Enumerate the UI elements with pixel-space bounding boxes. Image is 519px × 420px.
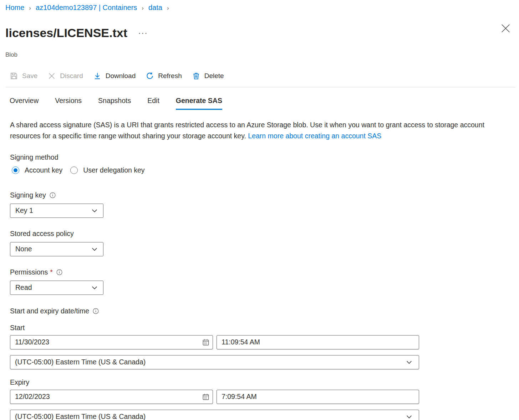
start-expiry-group: Start and expiry date/time Start <box>10 307 519 420</box>
page-title: licenses/LICENSE.txt <box>5 26 127 40</box>
close-button[interactable] <box>501 24 510 33</box>
signing-key-label: Signing key <box>10 191 46 199</box>
download-button[interactable]: Download <box>93 72 136 80</box>
refresh-icon <box>146 72 154 80</box>
blade-subtitle: Blob <box>5 51 519 58</box>
tab-generate-sas[interactable]: Generate SAS <box>176 97 222 110</box>
permissions-label: Permissions <box>10 268 48 276</box>
calendar-picker-button[interactable] <box>202 338 210 346</box>
header: licenses/LICENSE.txt ··· <box>5 18 514 48</box>
download-icon <box>93 72 101 80</box>
tab-bar: Overview Versions Snapshots Edit Generat… <box>10 97 519 110</box>
save-label: Save <box>22 72 37 80</box>
more-ellipsis-button[interactable]: ··· <box>138 31 148 35</box>
start-timezone-value: (UTC-05:00) Eastern Time (US & Canada) <box>15 358 146 366</box>
calendar-picker-button[interactable] <box>202 393 210 401</box>
expiry-datetime-row <box>10 390 519 404</box>
start-expiry-label: Start and expiry date/time <box>10 307 89 315</box>
learn-more-link[interactable]: Learn more about creating an account SAS <box>248 132 381 140</box>
save-icon <box>10 72 18 80</box>
tab-edit[interactable]: Edit <box>147 97 159 110</box>
start-timezone-dropdown[interactable]: (UTC-05:00) Eastern Time (US & Canada) <box>10 355 419 369</box>
start-datetime-row <box>10 335 519 349</box>
delete-button[interactable]: Delete <box>192 72 224 80</box>
stored-access-policy-dropdown[interactable]: None <box>10 242 103 256</box>
tab-versions[interactable]: Versions <box>55 97 82 110</box>
radio-selected-icon[interactable] <box>12 167 19 174</box>
breadcrumb-container[interactable]: data <box>148 4 162 12</box>
radio-unselected-icon[interactable] <box>70 167 78 174</box>
radio-account-key[interactable]: Account key <box>12 166 62 174</box>
start-time-input[interactable] <box>217 335 419 349</box>
radio-account-key-label: Account key <box>25 166 62 174</box>
permissions-group: Permissions * Read <box>10 268 519 295</box>
tab-snapshots[interactable]: Snapshots <box>98 97 131 110</box>
chevron-down-icon <box>405 413 413 420</box>
chevron-down-icon <box>91 284 98 292</box>
expiry-timezone-dropdown[interactable]: (UTC-05:00) Eastern Time (US & Canada) <box>10 410 419 420</box>
start-date-field <box>10 335 213 349</box>
signing-method-options: Account key User delegation key <box>12 166 519 174</box>
refresh-label: Refresh <box>158 72 182 80</box>
toolbar-divider <box>5 87 515 87</box>
stored-access-policy-label: Stored access policy <box>10 230 519 238</box>
expiry-time-input[interactable] <box>217 390 419 404</box>
expiry-timezone-value: (UTC-05:00) Eastern Time (US & Canada) <box>15 413 146 420</box>
breadcrumb-home[interactable]: Home <box>5 4 24 12</box>
command-bar: Save Discard Download Refresh Delete <box>10 69 519 83</box>
radio-user-delegation-key-label: User delegation key <box>83 166 144 174</box>
sas-description-text: A shared access signature (SAS) is a URI… <box>10 121 484 140</box>
chevron-right-icon: › <box>167 4 169 12</box>
chevron-down-icon <box>91 245 98 253</box>
signing-key-dropdown[interactable]: Key 1 <box>10 204 103 218</box>
expiry-label: Expiry <box>10 378 519 386</box>
info-icon[interactable] <box>56 269 63 276</box>
info-icon[interactable] <box>49 192 56 199</box>
permissions-value: Read <box>15 283 32 292</box>
discard-x-icon <box>48 72 56 80</box>
signing-method-label: Signing method <box>10 153 519 162</box>
chevron-down-icon <box>405 358 413 366</box>
stored-access-policy-value: None <box>15 245 32 253</box>
stored-access-policy-group: Stored access policy None <box>10 230 519 256</box>
signing-key-group: Signing key Key 1 <box>10 191 519 218</box>
breadcrumb-storage-account[interactable]: az104demo123897 | Containers <box>36 4 137 12</box>
sas-description: A shared access signature (SAS) is a URI… <box>10 119 503 142</box>
tab-overview[interactable]: Overview <box>10 97 39 110</box>
close-icon <box>501 24 510 33</box>
info-icon[interactable] <box>92 308 99 314</box>
calendar-icon <box>202 338 210 346</box>
start-date-input[interactable] <box>10 335 213 349</box>
discard-button[interactable]: Discard <box>48 72 83 80</box>
download-label: Download <box>106 72 136 80</box>
permissions-dropdown[interactable]: Read <box>10 281 103 295</box>
generate-sas-form: Signing method Account key User delegati… <box>10 153 519 420</box>
save-button[interactable]: Save <box>10 72 37 80</box>
expiry-date-field <box>10 390 213 404</box>
discard-label: Discard <box>60 72 83 80</box>
signing-key-value: Key 1 <box>15 206 33 215</box>
chevron-right-icon: › <box>29 4 31 12</box>
signing-method-group: Signing method Account key User delegati… <box>10 153 519 174</box>
chevron-down-icon <box>91 207 98 215</box>
delete-label: Delete <box>204 72 224 80</box>
radio-user-delegation-key[interactable]: User delegation key <box>70 166 144 174</box>
refresh-button[interactable]: Refresh <box>146 72 182 80</box>
delete-trash-icon <box>192 72 200 80</box>
calendar-icon <box>202 393 210 401</box>
chevron-right-icon: › <box>142 4 144 12</box>
start-label: Start <box>10 324 519 332</box>
breadcrumb: Home › az104demo123897 | Containers › da… <box>0 0 519 12</box>
required-asterisk: * <box>50 268 53 276</box>
expiry-date-input[interactable] <box>10 390 213 404</box>
